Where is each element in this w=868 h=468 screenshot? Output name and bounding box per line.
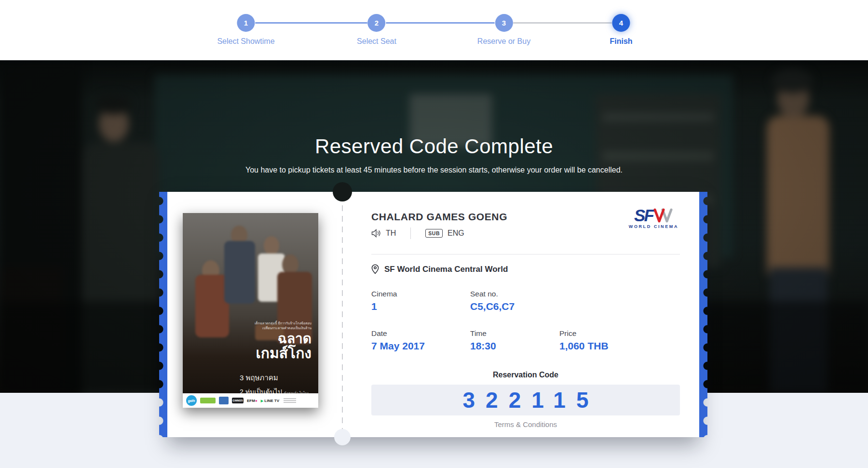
- subtitle-language: ENG: [448, 229, 464, 238]
- step-1-label: Select Showtime: [217, 37, 274, 46]
- subtitle-badge: SUB: [425, 229, 443, 238]
- terms-and-conditions-link[interactable]: Terms & Conditions: [371, 420, 680, 428]
- cinema-location: SF World Cinema Central World: [384, 265, 508, 274]
- step-4-circle[interactable]: 4: [612, 14, 630, 32]
- cinema-value: 1: [371, 301, 397, 312]
- step-2-circle[interactable]: 2: [367, 14, 385, 32]
- ticket-stub-divider: [342, 205, 343, 433]
- step-select-seat[interactable]: 2 Select Seat: [357, 14, 396, 46]
- sponsor-fineprint: [284, 398, 296, 403]
- reservation-ticket-card: เด็กฉลาดกลุ่มนี้ มีการรับจ้างโกงข้อสอบ เ…: [159, 192, 707, 437]
- poster-tagline: เด็กฉลาดกลุ่มนี้ มีการรับจ้างโกงข้อสอบ เ…: [255, 321, 312, 331]
- line-tv-logo: ▶ LINE TV: [261, 399, 279, 403]
- ticket-notch-bottom: [334, 429, 351, 445]
- reservation-code-box: 322115: [371, 385, 680, 415]
- pickup-notice: You have to pickup tickets at least 45 m…: [0, 166, 868, 174]
- page-title: Reserved Code Complete: [0, 135, 868, 158]
- ticket-details: CHALARD GAMES GOENG TH SUB ENG SF: [371, 192, 680, 437]
- sponsor-logo-green: [200, 398, 216, 403]
- reservation-code-value: 322115: [452, 387, 599, 413]
- ticket-separator-line: [371, 254, 680, 254]
- sponsor-logo-blue: [219, 397, 229, 404]
- cinema-field: Cinema 1: [371, 290, 397, 312]
- location-pin-icon: [371, 264, 379, 274]
- efm-logo: EFM●: [247, 399, 258, 403]
- step-reserve-or-buy[interactable]: 3 Reserve or Buy: [477, 14, 530, 46]
- date-label: Date: [371, 329, 425, 338]
- time-label: Time: [470, 329, 496, 338]
- date-value: 7 May 2017: [371, 340, 425, 352]
- step-1-circle[interactable]: 1: [237, 14, 255, 32]
- price-value: 1,060 THB: [559, 340, 609, 352]
- reservation-code-label: Reservation Code: [371, 371, 680, 379]
- time-value: 18:30: [470, 340, 496, 352]
- date-field: Date 7 May 2017: [371, 329, 425, 352]
- sf-world-cinema-logo: SF WORLD CINEMA: [629, 208, 678, 229]
- movie-poster: เด็กฉลาดกลุ่มนี้ มีการรับจ้างโกงข้อสอบ เ…: [183, 213, 318, 408]
- cinema-location-row: SF World Cinema Central World: [371, 264, 508, 274]
- price-label: Price: [559, 329, 609, 338]
- step-select-showtime[interactable]: 1 Select Showtime: [217, 14, 274, 46]
- seat-field: Seat no. C5,C6,C7: [470, 290, 515, 312]
- gdh-logo: gdh: [186, 395, 197, 406]
- step-3-label: Reserve or Buy: [477, 37, 530, 46]
- brand-tagline: WORLD CINEMA: [629, 224, 678, 229]
- poster-sponsor-strip: gdh GMM25 EFM● ▶ LINE TV: [183, 393, 318, 408]
- step-finish[interactable]: 4 Finish: [610, 14, 632, 46]
- movie-title: CHALARD GAMES GOENG: [371, 211, 507, 223]
- price-field: Price 1,060 THB: [559, 329, 609, 352]
- speaker-icon: [371, 229, 381, 238]
- ticket-perforated-edge-left: [159, 192, 167, 437]
- step-2-label: Select Seat: [357, 37, 396, 46]
- cinema-label: Cinema: [371, 290, 397, 298]
- time-field: Time 18:30: [470, 329, 496, 352]
- ticket-perforated-edge-right: [699, 192, 707, 437]
- seat-label: Seat no.: [470, 290, 515, 298]
- step-3-circle[interactable]: 3: [495, 14, 513, 32]
- seat-value: C5,C6,C7: [470, 301, 515, 312]
- wizard-header: 1 Select Showtime 2 Select Seat 3 Reserv…: [0, 0, 868, 60]
- step-4-label: Finish: [610, 37, 632, 46]
- audio-language: TH: [386, 229, 396, 238]
- poster-title-thai: ฉลาด เกมส์โกง: [256, 332, 312, 361]
- brand-w-icon: [653, 208, 673, 223]
- language-separator: [410, 227, 411, 239]
- gmm25-logo: GMM25: [232, 398, 244, 403]
- ticket-notch-top: [333, 182, 352, 201]
- language-row: TH SUB ENG: [371, 227, 464, 239]
- brand-sf-letters: SF: [634, 208, 653, 223]
